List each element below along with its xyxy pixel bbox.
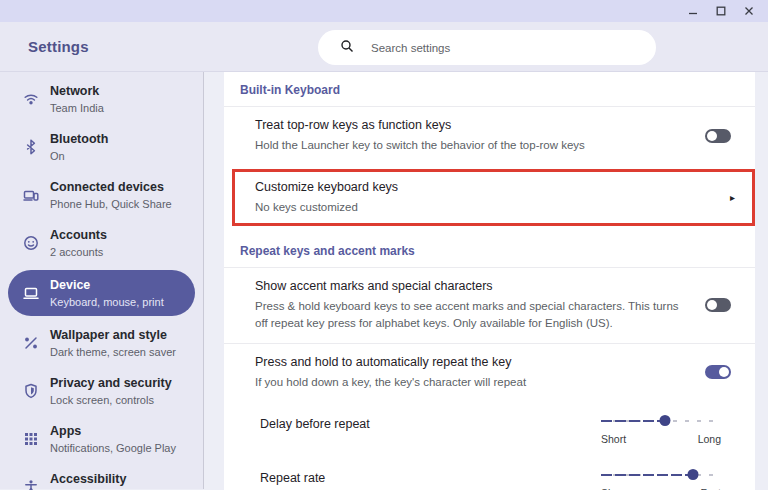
minimize-icon xyxy=(688,6,698,16)
content-area: Built-in Keyboard Treat top-row keys as … xyxy=(204,72,768,489)
window-titlebar xyxy=(0,0,768,22)
row-subtitle: No keys customized xyxy=(255,199,702,216)
slider-label: Delay before repeat xyxy=(260,415,601,431)
sidebar-item-accessibility[interactable]: Accessibility Screen reader, magnificati… xyxy=(0,463,203,490)
accessibility-icon xyxy=(22,478,40,490)
delay-slider-knob[interactable] xyxy=(659,415,670,426)
row-title: Press and hold to automatically repeat t… xyxy=(255,354,677,371)
sidebar-item-network[interactable]: Network Team India xyxy=(0,75,203,123)
settings-window: Settings Search settings Network Team In… xyxy=(0,0,768,490)
chevron-right-icon: ▸ xyxy=(730,192,735,203)
keyboard-settings-card: Built-in Keyboard Treat top-row keys as … xyxy=(224,72,755,490)
accent-marks-toggle[interactable] xyxy=(705,298,731,312)
sidebar-item-device[interactable]: Device Keyboard, mouse, print xyxy=(8,270,195,316)
row-auto-repeat: Press and hold to automatically repeat t… xyxy=(224,344,755,401)
sidebar-item-privacy[interactable]: Privacy and security Lock screen, contro… xyxy=(0,367,203,415)
maximize-icon xyxy=(716,6,726,16)
search-input[interactable]: Search settings xyxy=(318,30,656,65)
repeat-rate-slider-knob[interactable] xyxy=(688,469,699,480)
section-repeat-keys: Repeat keys and accent marks xyxy=(224,231,755,267)
wallpaper-icon xyxy=(22,334,40,352)
delay-slider[interactable] xyxy=(601,415,721,427)
sidebar-item-label: Network xyxy=(50,84,104,100)
row-function-keys: Treat top-row keys as function keys Hold… xyxy=(224,107,755,164)
wifi-icon xyxy=(22,90,40,108)
sidebar-item-sub: Team India xyxy=(50,102,104,114)
sidebar: Network Team India Bluetooth On Connecte… xyxy=(0,72,204,489)
slider-max-label: Long xyxy=(698,433,721,445)
row-title: Customize keyboard keys xyxy=(255,179,702,196)
laptop-icon xyxy=(22,284,40,302)
row-accent-marks: Show accent marks and special characters… xyxy=(224,268,755,342)
close-icon xyxy=(744,6,754,16)
account-icon xyxy=(22,234,40,252)
function-keys-toggle[interactable] xyxy=(705,129,731,143)
auto-repeat-toggle[interactable] xyxy=(705,365,731,379)
sidebar-item-wallpaper[interactable]: Wallpaper and style Dark theme, screen s… xyxy=(0,319,203,367)
sidebar-item-apps[interactable]: Apps Notifications, Google Play xyxy=(0,415,203,463)
search-placeholder: Search settings xyxy=(371,42,450,54)
settings-header: Settings Search settings xyxy=(0,22,768,72)
maximize-button[interactable] xyxy=(710,2,732,20)
shield-icon xyxy=(22,382,40,400)
row-title: Treat top-row keys as function keys xyxy=(255,117,677,134)
row-title: Show accent marks and special characters xyxy=(255,278,689,295)
sidebar-item-connected-devices[interactable]: Connected devices Phone Hub, Quick Share xyxy=(0,171,203,219)
close-button[interactable] xyxy=(738,2,760,20)
sidebar-item-accounts[interactable]: Accounts 2 accounts xyxy=(0,219,203,267)
page-title: Settings xyxy=(28,38,89,55)
slider-min-label: Short xyxy=(601,433,626,445)
repeat-rate-slider[interactable] xyxy=(601,469,721,481)
row-repeat-rate: Repeat rate Slow Fast xyxy=(224,451,755,490)
devices-icon xyxy=(22,186,40,204)
section-built-in-keyboard: Built-in Keyboard xyxy=(224,72,755,106)
row-customize-keyboard-keys[interactable]: Customize keyboard keys No keys customiz… xyxy=(232,169,755,226)
minimize-button[interactable] xyxy=(682,2,704,20)
bluetooth-icon xyxy=(22,138,40,156)
sidebar-item-bluetooth[interactable]: Bluetooth On xyxy=(0,123,203,171)
row-subtitle: Hold the Launcher key to switch the beha… xyxy=(255,137,677,154)
search-icon xyxy=(340,39,354,57)
row-subtitle: Press & hold keyboard keys to see accent… xyxy=(255,298,689,333)
slider-label: Repeat rate xyxy=(260,469,601,485)
row-subtitle: If you hold down a key, the key's charac… xyxy=(255,374,677,391)
apps-grid-icon xyxy=(22,430,40,448)
row-delay-before-repeat: Delay before repeat Short Long xyxy=(224,401,755,451)
